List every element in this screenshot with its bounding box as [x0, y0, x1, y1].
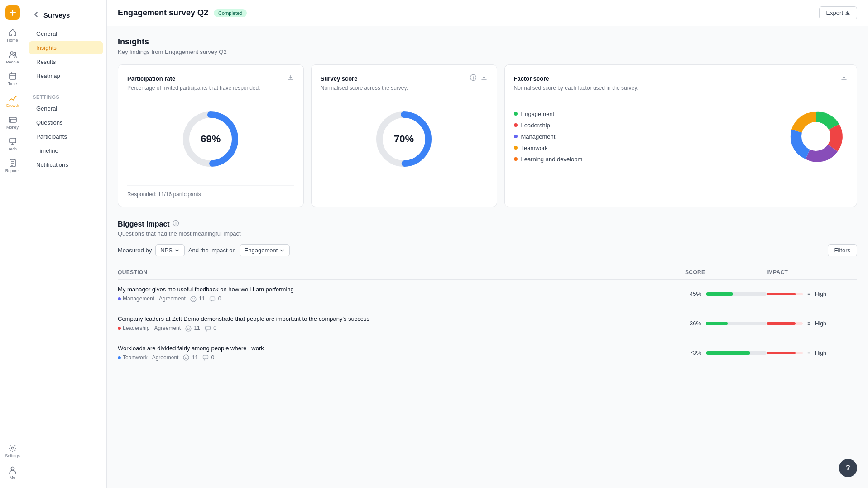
reactions-3: 11 — [183, 354, 198, 361]
impact-bar-fill-1 — [767, 293, 796, 295]
question-text-2: Company leaders at Zelt Demo demonstrate… — [118, 315, 685, 322]
sidebar-item-reports[interactable]: Reports — [2, 156, 24, 176]
factor-pie-chart — [784, 105, 848, 168]
impact-label-1: High — [815, 291, 826, 297]
sidebar-nav-general[interactable]: General — [29, 27, 103, 40]
sidebar-settings-questions[interactable]: Questions — [29, 116, 103, 129]
insights-title: Insights — [118, 37, 857, 47]
score-cell-2: 36% — [685, 315, 767, 332]
score-cell-3: 73% — [685, 345, 767, 361]
impact-bar-fill-2 — [767, 322, 796, 325]
legend-item-leadership: Leadership — [514, 122, 776, 129]
factor-score-title: Factor score — [514, 75, 549, 82]
impact-icon-1: ≡ — [807, 291, 810, 297]
export-button[interactable]: Export — [819, 6, 857, 19]
svg-point-0 — [10, 52, 13, 54]
and-impact-on-label: And the impact on — [188, 247, 236, 254]
sidebar-item-growth[interactable]: Growth — [2, 91, 24, 111]
survey-score-chart: 70% — [321, 100, 488, 182]
tag-dot-teamwork — [118, 356, 121, 359]
impact-subtitle: Questions that had the most meaningful i… — [118, 230, 857, 237]
insights-subtitle: Key findings from Engagement survey Q2 — [118, 48, 857, 55]
sidebar-item-me[interactable]: Me — [2, 463, 24, 483]
sidebar-nav-results[interactable]: Results — [29, 55, 103, 68]
factor-score-subtitle: Normalised score by each factor used in … — [514, 85, 848, 91]
comments-2: 0 — [205, 325, 216, 332]
status-badge: Completed — [214, 9, 247, 17]
score-bar-fill-1 — [706, 292, 733, 296]
participation-footer: Responded: 11/16 participants — [127, 185, 294, 198]
help-button[interactable]: ? — [839, 459, 857, 477]
sidebar-item-time[interactable]: Time — [2, 69, 24, 89]
score-pct-2: 36% — [685, 320, 701, 327]
participation-value: 69% — [201, 133, 221, 145]
svg-point-25 — [183, 355, 189, 360]
impact-cell-2: ≡ High — [767, 315, 857, 332]
svg-point-7 — [11, 467, 14, 470]
svg-rect-3 — [9, 117, 16, 122]
topbar-left: Engagement survey Q2 Completed — [118, 8, 247, 18]
sidebar-item-home[interactable]: Home — [2, 25, 24, 45]
add-button[interactable] — [5, 5, 20, 20]
table-row: Workloads are divided fairly among peopl… — [118, 338, 857, 368]
main-content: Engagement survey Q2 Completed Export In… — [107, 0, 868, 488]
filters-button[interactable]: Filters — [828, 244, 857, 256]
row-tags-1: Management Agreement 11 0 — [118, 295, 685, 302]
sidebar-item-people[interactable]: People — [2, 47, 24, 67]
page-title: Engagement survey Q2 — [118, 8, 208, 18]
sidebar-item-tech[interactable]: Tech — [2, 134, 24, 154]
svg-point-22 — [187, 328, 188, 329]
question-text-1: My manager gives me useful feedback on h… — [118, 286, 685, 293]
sidebar-settings-notifications[interactable]: Notifications — [29, 158, 103, 171]
score-pct-3: 73% — [685, 349, 701, 356]
sidebar-nav-heatmap[interactable]: Heatmap — [29, 69, 103, 82]
score-bar-1 — [706, 292, 767, 296]
participation-title: Participation rate — [127, 75, 175, 82]
impact-cell-1: ≡ High — [767, 286, 857, 302]
legend-dot-leadership — [514, 123, 518, 127]
topbar: Engagement survey Q2 Completed Export — [107, 0, 868, 26]
legend-dot-engagement — [514, 112, 518, 116]
impact-dropdown[interactable]: Engagement — [240, 244, 290, 256]
impact-bar-1 — [767, 293, 803, 295]
comments-3: 0 — [202, 354, 214, 361]
sidebar-item-money[interactable]: Money — [2, 112, 24, 132]
tag-teamwork: Teamwork — [118, 354, 148, 361]
download-icon[interactable] — [287, 74, 294, 83]
row-question-cell: Workloads are divided fairly among peopl… — [118, 345, 685, 361]
download-icon-2[interactable] — [480, 74, 488, 83]
row-tags-2: Leadership Agreement 11 0 — [118, 325, 685, 332]
tag-leadership: Leadership — [118, 325, 149, 331]
impact-table: Question Score Impact My manager gives m… — [118, 266, 857, 367]
measure-dropdown[interactable]: NPS — [155, 244, 185, 256]
survey-score-title: Survey score — [321, 75, 358, 82]
info-icon[interactable] — [470, 74, 477, 83]
score-bar-3 — [706, 351, 767, 355]
svg-point-17 — [191, 296, 196, 302]
impact-info-icon[interactable] — [173, 220, 179, 228]
measured-by-label: Measured by — [118, 247, 152, 254]
impact-title: Biggest impact — [118, 220, 170, 228]
row-question-cell: My manager gives me useful feedback on h… — [118, 286, 685, 302]
legend-item-teamwork: Teamwork — [514, 145, 776, 151]
download-icon-3[interactable] — [840, 74, 848, 83]
impact-icon-3: ≡ — [807, 350, 810, 356]
svg-point-14 — [801, 122, 830, 151]
sidebar-settings-general[interactable]: General — [29, 102, 103, 115]
score-bar-fill-2 — [706, 322, 728, 325]
back-button[interactable] — [33, 11, 40, 19]
metric-cards-row: Participation rate Percentage of invited… — [118, 64, 857, 207]
survey-score-value: 70% — [394, 133, 414, 145]
sidebar-settings-participants[interactable]: Participants — [29, 130, 103, 143]
svg-rect-20 — [210, 297, 215, 300]
svg-point-11 — [473, 76, 474, 77]
sidebar-settings-timeline[interactable]: Timeline — [29, 144, 103, 157]
sidebar-item-settings[interactable]: Settings — [2, 441, 24, 461]
reactions-2: 11 — [185, 325, 200, 332]
legend-item-engagement: Engagement — [514, 111, 776, 117]
survey-score-subtitle: Normalised score across the survey. — [321, 85, 488, 91]
table-row: Company leaders at Zelt Demo demonstrate… — [118, 309, 857, 338]
factor-inner: Engagement Leadership Management Te — [514, 100, 848, 173]
impact-label-3: High — [815, 350, 826, 356]
sidebar-nav-insights[interactable]: Insights — [29, 41, 103, 54]
